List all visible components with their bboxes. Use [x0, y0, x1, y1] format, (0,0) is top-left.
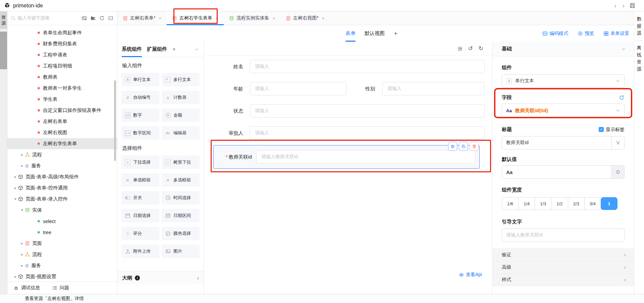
- field-input-性别[interactable]: 请输入: [382, 82, 485, 95]
- palette-item-单行文本[interactable]: A单行文本: [121, 73, 159, 86]
- tree-item-自定义窗口操作按钮及事件[interactable]: 自定义窗口操作按钮及事件: [7, 105, 117, 116]
- close-icon[interactable]: ×: [216, 16, 218, 21]
- outline-tool-icon[interactable]: [457, 46, 463, 51]
- palette-collapse-icon[interactable]: [195, 47, 199, 52]
- width-option-1[interactable]: 1: [601, 197, 618, 210]
- caret-right-icon[interactable]: ▸: [13, 274, 18, 279]
- palette-item-数字[interactable]: 123数字: [121, 109, 159, 122]
- palette-item-金额[interactable]: ¥金额: [162, 109, 200, 122]
- outline-bar[interactable]: 大纲 i ›: [117, 271, 204, 285]
- editor-tab-2[interactable]: 流程实例实体集×: [224, 11, 281, 25]
- nav-back-icon[interactable]: ‹: [611, 2, 619, 9]
- nav-forward-icon[interactable]: ›: [620, 2, 628, 9]
- inspector-header[interactable]: 基础: [492, 42, 634, 56]
- width-option-1/3[interactable]: 1/3: [535, 197, 551, 210]
- tree-item-左树右学生表单[interactable]: 左树右学生表单: [7, 138, 117, 149]
- tab-default-view[interactable]: 默认视图: [365, 25, 385, 42]
- field-input-教师关联id[interactable]: 请输入教师关联id: [256, 150, 475, 164]
- close-icon[interactable]: ×: [273, 16, 275, 21]
- caret-right-icon[interactable]: ▸: [19, 153, 25, 157]
- width-option-2/3[interactable]: 2/3: [568, 197, 585, 210]
- tree-item-服务[interactable]: ▸⚙服务: [7, 160, 117, 171]
- tree-item-页面-表单-录入控件[interactable]: ▾页面-表单-录入控件: [7, 193, 117, 205]
- tree-item-学生表[interactable]: 学生表: [7, 94, 117, 105]
- default-value-input[interactable]: Aa: [502, 166, 611, 178]
- palette-item-日期区间[interactable]: 日期区间: [162, 209, 200, 222]
- palette-item-多行文本[interactable]: A多行文本: [162, 73, 200, 86]
- rail-item-数据源[interactable]: 数据源: [637, 15, 642, 37]
- component-select[interactable]: A 单行文本: [502, 74, 625, 88]
- field-input-状态[interactable]: 请输入: [250, 104, 485, 118]
- close-icon[interactable]: ×: [159, 16, 161, 21]
- tree-item-服务[interactable]: ▸⚙服务: [7, 260, 117, 271]
- caret-right-icon[interactable]: ▸: [19, 164, 25, 168]
- tree-item-财务费用归集表[interactable]: 财务费用归集表: [7, 38, 117, 49]
- default-value-data-button[interactable]: D: [611, 166, 624, 178]
- field-settings-button[interactable]: ⚙: [448, 142, 457, 151]
- palette-item-单选框组[interactable]: ≡单选框组: [121, 173, 159, 187]
- field-delete-button[interactable]: [470, 142, 479, 151]
- field-input-姓名[interactable]: 请输入: [250, 60, 485, 73]
- tree-item-页面[interactable]: ▸页面: [7, 238, 117, 249]
- tree-item-教师表[interactable]: 教师表: [7, 72, 117, 83]
- editor-tab-0[interactable]: 左树右表单*×: [117, 11, 167, 25]
- preview-button[interactable]: 预览: [578, 31, 594, 37]
- caret-right-icon[interactable]: ▸: [19, 241, 25, 246]
- activity-tab-resources[interactable]: 资源: [0, 11, 7, 29]
- problems-button[interactable]: 问题: [52, 285, 69, 291]
- width-option-1/4[interactable]: 1/4: [518, 197, 535, 210]
- tree-item-select[interactable]: select: [7, 216, 117, 227]
- tree-item-页面-表单-控件通用[interactable]: ▸页面-表单-控件通用: [7, 182, 117, 193]
- add-view-button[interactable]: +: [394, 30, 397, 37]
- title-input[interactable]: 教师关联id: [502, 136, 611, 149]
- collapse-all-icon[interactable]: [107, 15, 114, 21]
- palette-tab-扩展组件[interactable]: 扩展组件: [147, 42, 167, 57]
- palette-item-数字区间[interactable]: 1~3数字区间: [121, 126, 159, 140]
- tree-item-页面-视图设置[interactable]: ▸页面-视图设置: [7, 271, 117, 282]
- new-folder-icon[interactable]: [89, 15, 97, 21]
- caret-right-icon[interactable]: ▸: [19, 252, 25, 257]
- field-select[interactable]: Aa 教师关联id(tid): [502, 103, 625, 118]
- search-input[interactable]: 输入关键字搜索: [10, 15, 79, 21]
- palette-item-时间选择[interactable]: 时间选择: [162, 191, 200, 205]
- palette-item-树形下拉[interactable]: ≡树形下拉: [162, 156, 200, 169]
- tree-item-表单生命周起事件[interactable]: 表单生命周起事件: [7, 27, 117, 38]
- collapsed-section-高级[interactable]: 高级›: [492, 261, 634, 273]
- form-settings-button[interactable]: 表单设置: [603, 31, 629, 37]
- tree-item-工程项目明细[interactable]: 工程项目明细: [7, 60, 117, 72]
- title-variable-button[interactable]: V: [611, 136, 624, 149]
- import-resource-icon[interactable]: [80, 15, 88, 21]
- tree-item-实体[interactable]: ▾实体: [7, 205, 117, 216]
- close-icon[interactable]: ×: [322, 16, 325, 21]
- tree-item-流程[interactable]: ▸流程: [7, 249, 117, 260]
- caret-right-icon[interactable]: ▸: [19, 263, 25, 268]
- palette-menu-icon[interactable]: ≡: [173, 47, 175, 52]
- tree-item-左树右表单[interactable]: 左树右表单: [7, 116, 117, 127]
- save-icon[interactable]: [630, 3, 635, 8]
- collapsed-section-样式[interactable]: 样式›: [492, 273, 634, 286]
- palette-item-评分[interactable]: ☆评分: [121, 227, 159, 240]
- palette-item-附件上传[interactable]: 附件上传: [121, 245, 159, 258]
- palette-item-日期选择[interactable]: 日期选择: [121, 209, 159, 222]
- activity-scrollbar-thumb[interactable]: [0, 32, 7, 69]
- palette-item-图片[interactable]: 图片: [162, 245, 200, 258]
- debug-info-button[interactable]: 调试信息: [13, 285, 40, 291]
- caret-right-icon[interactable]: ▸: [13, 186, 18, 190]
- field-input-年龄[interactable]: 请输入: [250, 82, 346, 95]
- tree-scrollbar[interactable]: [114, 80, 116, 161]
- tree-item-tree[interactable]: tree: [7, 227, 117, 238]
- palette-item-下拉选择[interactable]: ∨下拉选择: [121, 156, 159, 169]
- width-option-1/6[interactable]: 1/6: [502, 197, 519, 210]
- tree-item-页面-表单-高级/布局组件[interactable]: ▸页面-表单-高级/布局组件: [7, 171, 117, 182]
- selected-form-field-教师关联id[interactable]: *教师关联id请输入教师关联id⚙: [213, 145, 480, 169]
- show-label-checkbox[interactable]: ✓: [599, 127, 604, 132]
- guide-text-input[interactable]: 请输入教师关联id: [502, 228, 625, 242]
- refresh-icon[interactable]: [98, 15, 106, 21]
- collapsed-section-验证[interactable]: 验证›: [492, 249, 634, 261]
- editor-tab-3[interactable]: 左树右视图*×: [280, 11, 330, 25]
- width-option-3/4[interactable]: 3/4: [584, 197, 601, 210]
- field-input-审批人[interactable]: 请输入: [250, 126, 485, 140]
- view-api-link[interactable]: 查看Api: [459, 272, 482, 278]
- tab-form[interactable]: 表单: [345, 25, 356, 42]
- tree-item-教师表一对多学生[interactable]: 教师表一对多学生: [7, 83, 117, 94]
